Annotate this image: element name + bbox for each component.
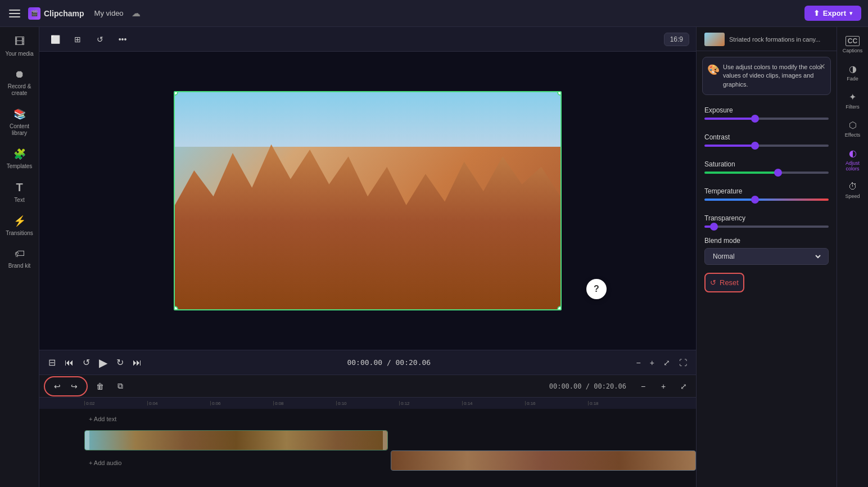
aspect-ratio-button[interactable]: 16:9	[664, 33, 689, 46]
export-button[interactable]: ⬆ Export ▾	[804, 6, 861, 21]
fullscreen-button[interactable]: ⛶	[679, 358, 687, 367]
subtitles-button[interactable]: ⊟	[48, 357, 56, 368]
delete-clip-button[interactable]: 🗑	[92, 378, 108, 394]
more-options-button[interactable]: •••	[114, 30, 132, 48]
forward-5-button[interactable]: ↻	[116, 357, 124, 368]
zoom-in-button[interactable]: +	[650, 358, 654, 367]
tooltip-card: 🎨 Use adjust colors to modify the color …	[702, 57, 831, 95]
timeline-tracks: + Add text	[39, 409, 696, 473]
fit-button[interactable]: ⤢	[663, 358, 670, 367]
sidebar-item-brand-kit[interactable]: 🏷 Brand kit	[3, 244, 37, 274]
right-panel: Striated rock formations in cany... 🎨 Us…	[696, 27, 837, 487]
rewind-5-button[interactable]: ↺	[83, 357, 90, 368]
topbar: 🎬 Clipchamp My video ☁ ⬆ Export ▾	[0, 0, 868, 27]
sidebar-item-transitions[interactable]: ⚡ Transitions	[3, 210, 37, 241]
exposure-label: Exposure	[704, 106, 829, 114]
video-preview: ?	[174, 91, 562, 310]
video-title[interactable]: My video	[94, 9, 124, 17]
rotate-button[interactable]: ↺	[91, 30, 109, 48]
temperature-slider-wrap	[704, 199, 829, 201]
video-controls: ⊟ ⏮ ↺ ▶ ↻ ⏭ 00:00.00 / 00:20.06 − + ⤢ ⛶	[39, 350, 696, 375]
captions-tab[interactable]: CC Captions	[839, 31, 867, 58]
right-panel-header: Striated rock formations in cany...	[697, 27, 837, 51]
video-clip-primary[interactable]	[84, 430, 388, 450]
resize-handle-br[interactable]	[557, 306, 562, 310]
clip-thumbnails-2	[391, 451, 695, 470]
resize-button[interactable]: ⊞	[69, 30, 87, 48]
transparency-section: Transparency	[697, 206, 837, 233]
effects-tab[interactable]: ⬡ Effects	[839, 115, 867, 142]
play-pause-button[interactable]: ▶	[99, 356, 107, 369]
timeline-zoom-in[interactable]: +	[655, 378, 671, 394]
reset-button[interactable]: ↺ Reset	[704, 273, 744, 292]
adjust-colors-tab[interactable]: ◐ Adjustcolors	[839, 143, 867, 176]
help-button[interactable]: ?	[586, 279, 607, 299]
exposure-section: Exposure	[697, 98, 837, 125]
exposure-slider[interactable]	[704, 118, 829, 120]
captions-icon: CC	[846, 36, 860, 46]
tooltip-text: Use adjust colors to modify the color va…	[723, 64, 822, 88]
effects-label: Effects	[845, 132, 860, 138]
clip-trim-left[interactable]	[85, 431, 89, 450]
sidebar-item-text[interactable]: T Text	[3, 177, 37, 208]
speed-tab[interactable]: ⏱ Speed	[839, 177, 867, 204]
clip-trim-right[interactable]	[383, 431, 387, 450]
add-text-button[interactable]: + Add text	[39, 416, 116, 422]
cloud-sync-icon: ☁	[132, 8, 141, 19]
fade-tab[interactable]: ◑ Fade	[839, 59, 867, 86]
effects-icon: ⬡	[849, 120, 857, 130]
contrast-slider[interactable]	[704, 145, 829, 147]
export-label: Export	[823, 9, 846, 17]
temperature-label: Temperature	[704, 187, 829, 195]
ruler-mark: 0:04	[147, 401, 210, 405]
redo-button[interactable]: ↪	[66, 378, 82, 394]
temperature-slider[interactable]	[704, 199, 829, 201]
app-name: Clipchamp	[44, 9, 84, 18]
duplicate-clip-button[interactable]: ⧉	[112, 378, 128, 394]
skip-forward-button[interactable]: ⏭	[133, 358, 142, 368]
ruler-marks: 0:02 0:04 0:06 0:08 0:10 0:12 0:14 0:16 …	[84, 401, 651, 405]
reset-label: Reset	[720, 278, 739, 287]
timeline-fit[interactable]: ⤢	[676, 378, 691, 394]
zoom-out-button[interactable]: −	[636, 358, 641, 367]
your-media-icon: 🎞	[15, 36, 25, 48]
add-audio-button[interactable]: + Add audio	[39, 459, 121, 466]
brand-kit-icon: 🏷	[15, 248, 25, 260]
filters-tab[interactable]: ✦ Filters	[839, 87, 867, 114]
reset-icon: ↺	[710, 278, 716, 287]
editor-toolbar: ⬜ ⊞ ↺ ••• 16:9	[39, 27, 696, 52]
blend-mode-select-wrapper[interactable]: Normal Multiply Screen Overlay Darken Li…	[704, 248, 829, 265]
ruler-mark: 0:18	[588, 401, 651, 405]
sidebar-item-record-create[interactable]: ⏺ Record &create	[3, 64, 37, 101]
logo-area: 🎬 Clipchamp	[28, 7, 84, 20]
contrast-label: Contrast	[704, 133, 829, 141]
sidebar-item-label: Text	[14, 197, 24, 204]
sidebar-item-label: Your media	[5, 51, 33, 57]
speed-label: Speed	[845, 193, 860, 199]
ruler-mark: 0:16	[525, 401, 588, 405]
video-frame[interactable]	[174, 91, 562, 310]
saturation-slider[interactable]	[704, 172, 829, 174]
sidebar-item-label: Record &create	[8, 83, 31, 97]
transparency-slider[interactable]	[704, 226, 829, 228]
ruler-mark: 0:10	[336, 401, 399, 405]
saturation-slider-wrap	[704, 172, 829, 174]
sidebar-item-content-library[interactable]: 📚 Contentlibrary	[3, 103, 37, 141]
crop-button[interactable]: ⬜	[46, 30, 64, 48]
timeline-zoom-out[interactable]: −	[635, 378, 651, 394]
blend-mode-dropdown[interactable]: Normal Multiply Screen Overlay Darken Li…	[711, 252, 822, 261]
blend-mode-section: Blend mode Normal Multiply Screen Overla…	[697, 233, 837, 268]
sidebar-item-your-media[interactable]: 🎞 Your media	[3, 31, 37, 62]
time-separator: /	[387, 358, 391, 367]
timeline-ruler: 0:02 0:04 0:06 0:08 0:10 0:12 0:14 0:16 …	[39, 398, 696, 409]
tooltip-close-button[interactable]: ✕	[819, 62, 826, 71]
sidebar-item-templates[interactable]: 🧩 Templates	[3, 143, 37, 174]
video-canvas: ?	[39, 52, 696, 350]
current-time: 00:00.00	[347, 358, 382, 367]
skip-back-button[interactable]: ⏮	[65, 358, 74, 368]
clip-thumbnail-2	[391, 451, 695, 470]
ruler-mark: 0:12	[399, 401, 462, 405]
undo-button[interactable]: ↩	[49, 378, 65, 394]
menu-button[interactable]	[7, 6, 22, 21]
video-clip-secondary[interactable]	[391, 450, 696, 471]
